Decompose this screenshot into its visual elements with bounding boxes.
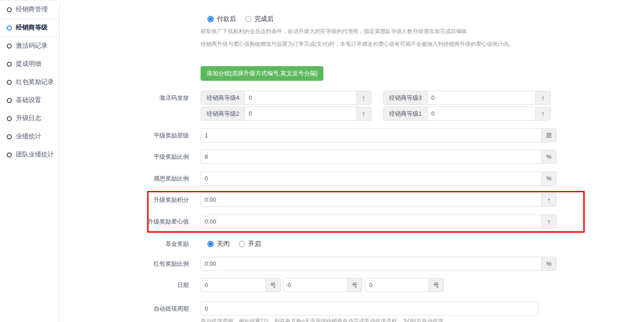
sidebar-item-distributor-level[interactable]: 经销商等级 <box>0 19 59 37</box>
arrow-up-icon: ↑ <box>362 94 365 101</box>
arrow-up-button[interactable]: ↑ <box>535 91 551 105</box>
peer-reward-level-group: 层 <box>201 128 557 142</box>
circle-icon <box>7 116 12 121</box>
date-label: 日期 <box>121 278 189 292</box>
peer-reward-ratio-input[interactable] <box>201 150 542 164</box>
group-prepend-label: 经销商等级3 <box>383 91 428 105</box>
red-packet-ratio-group: % <box>201 257 557 271</box>
date-group-2: 号 <box>284 278 362 292</box>
sidebar-item-basic-settings[interactable]: 基础设置 <box>0 91 59 109</box>
unit-suffix-label: 层 <box>541 128 557 142</box>
date-input-1[interactable] <box>201 278 266 292</box>
radio-unchecked-icon <box>239 241 245 247</box>
radio-checked-icon <box>207 241 214 247</box>
auto-withdraw-input[interactable] <box>201 302 539 316</box>
percent-suffix-label: % <box>541 171 557 185</box>
circle-icon <box>7 7 12 12</box>
arrow-up-button[interactable]: ↑ <box>541 215 557 229</box>
activation-level1-input[interactable] <box>427 107 536 121</box>
group-prepend-label: 经销商等级2 <box>201 107 245 121</box>
arrow-up-icon: ↑ <box>541 94 545 101</box>
percent-suffix-label: % <box>541 150 557 164</box>
activation-level4-input[interactable] <box>245 91 356 105</box>
sidebar: 经销商管理 经销商等级 激活码记录 提成明细 红包奖励记录 基础设置 升级日志 <box>0 0 60 322</box>
sidebar-item-team-performance-stats[interactable]: 团队业绩统计 <box>0 146 59 164</box>
peer-reward-level-label: 平级奖励层级 <box>121 128 189 142</box>
arrow-up-button[interactable]: ↑ <box>356 107 371 121</box>
sidebar-item-label: 提成明细 <box>16 60 41 68</box>
sidebar-item-performance-stats[interactable]: 业绩统计 <box>0 127 59 146</box>
radio-after-payment[interactable]: 付款后 <box>207 15 236 23</box>
arrow-up-icon: ↑ <box>547 218 551 225</box>
sidebar-item-activation-code-records[interactable]: 激活码记录 <box>0 37 59 55</box>
circle-icon <box>7 98 12 103</box>
date-input-3[interactable] <box>365 278 429 292</box>
peer-reward-level-input[interactable] <box>201 128 542 142</box>
sidebar-item-redpacket-reward-records[interactable]: 红包奖励记录 <box>0 73 59 91</box>
circle-icon <box>7 25 12 30</box>
activation-group-level3: 经销商等级3 ↑ <box>383 91 551 105</box>
activation-codes-label: 激活码发放 <box>121 91 189 105</box>
day-suffix-label: 号 <box>265 278 281 292</box>
auto-withdraw-group <box>201 302 539 316</box>
upgrade-points-group: ↑ <box>201 193 557 207</box>
radio-after-completion[interactable]: 完成后 <box>245 15 274 23</box>
fund-reward-label: 基金奖励 <box>121 237 189 251</box>
radio-fund-off[interactable]: 关闭 <box>207 240 230 248</box>
peer-reward-ratio-label: 平级奖励比例 <box>121 150 189 164</box>
sidebar-item-upgrade-log[interactable]: 升级日志 <box>0 109 59 127</box>
percent-suffix-label: % <box>541 257 557 271</box>
sidebar-item-label: 基础设置 <box>16 96 41 104</box>
sidebar-item-label: 业绩统计 <box>16 132 41 141</box>
circle-icon <box>7 44 12 49</box>
upgrade-love-input[interactable] <box>201 215 542 229</box>
gratitude-ratio-group: % <box>201 171 557 185</box>
activation-group-level2: 经销商等级2 ↑ <box>201 107 371 121</box>
red-packet-ratio-input[interactable] <box>201 257 542 271</box>
radio-label: 开启 <box>248 240 261 248</box>
peer-reward-ratio-group: % <box>201 150 557 164</box>
arrow-up-icon: ↑ <box>362 110 365 117</box>
auto-withdraw-help: 自动提现周期，例如设置7日，则在每月每n天该等级经销商自动完成手动提现流程。为0… <box>201 317 443 322</box>
red-packet-ratio-label: 红包奖励比例 <box>121 257 189 271</box>
circle-icon <box>7 80 12 85</box>
group-prepend-label: 经销商等级4 <box>201 91 245 105</box>
gratitude-ratio-input[interactable] <box>201 171 542 185</box>
circle-icon <box>7 134 12 139</box>
group-prepend-label: 经销商等级1 <box>383 107 428 121</box>
date-group-3: 号 <box>365 278 444 292</box>
upgrade-love-label: 升级奖励爱心值 <box>121 215 189 229</box>
date-input-2[interactable] <box>284 278 347 292</box>
fund-reward-radio-group: 关闭 开启 <box>207 240 270 248</box>
sidebar-item-label: 升级日志 <box>16 114 41 122</box>
radio-fund-on[interactable]: 开启 <box>239 240 261 248</box>
sidebar-item-label: 红包奖励记录 <box>16 78 54 86</box>
sidebar-item-label: 经销商等级 <box>16 24 48 32</box>
activation-level2-input[interactable] <box>245 107 356 121</box>
sidebar-item-label: 团队业绩统计 <box>16 151 54 159</box>
upgrade-timing-radio-group: 付款后 完成后 <box>207 15 283 23</box>
add-group-button[interactable]: 添加分组[选择升级方式编号,英文逗号分隔] <box>201 66 323 81</box>
day-suffix-label: 号 <box>347 278 362 292</box>
activation-group-level4: 经销商等级4 ↑ <box>201 91 371 105</box>
arrow-up-button[interactable]: ↑ <box>535 107 551 121</box>
arrow-up-button[interactable]: ↑ <box>356 91 371 105</box>
sidebar-item-commission-details[interactable]: 提成明细 <box>0 55 59 73</box>
sidebar-item-label: 经销商管理 <box>16 5 48 14</box>
date-group-1: 号 <box>201 278 281 292</box>
radio-label: 付款后 <box>217 15 236 23</box>
sidebar-item-distributor-management[interactable]: 经销商管理 <box>0 0 59 19</box>
activation-group-level1: 经销商等级1 ↑ <box>383 107 551 121</box>
upgrade-points-input[interactable] <box>201 193 542 207</box>
upgrade-help-line2: 经销商升级与爱心值购物赠送均设置为订单完成(支付)时，本笔订单赠送的爱心值有可能… <box>201 40 514 48</box>
auto-withdraw-label: 自动提现周期 <box>121 302 189 316</box>
circle-icon <box>7 152 12 157</box>
radio-unchecked-icon <box>245 16 251 22</box>
radio-checked-icon <box>207 16 214 22</box>
sidebar-item-label: 激活码记录 <box>16 42 48 50</box>
upgrade-help-line1: 获取推广下线权利的会员达到条件，自动升级为对应等级的代理商；指定某团队等级人数升… <box>201 28 467 35</box>
activation-level3-input[interactable] <box>427 91 536 105</box>
day-suffix-label: 号 <box>428 278 444 292</box>
arrow-up-button[interactable]: ↑ <box>541 193 557 207</box>
radio-label: 完成后 <box>255 15 274 23</box>
